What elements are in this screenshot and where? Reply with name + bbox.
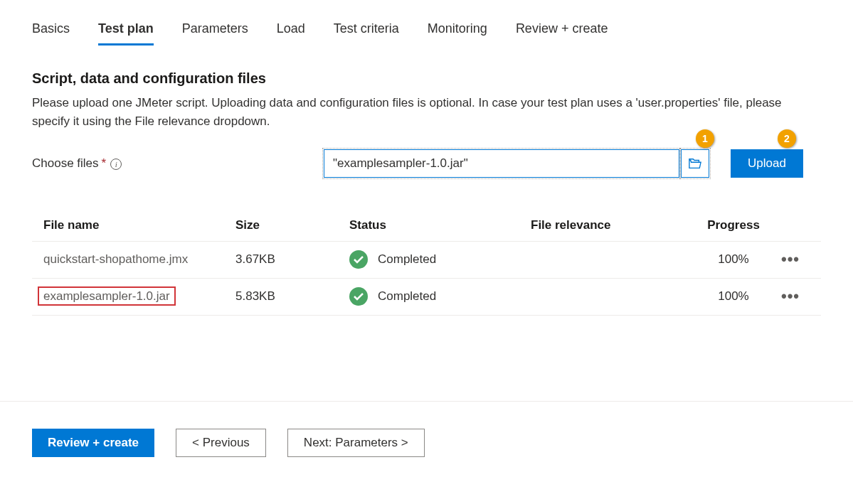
tab-monitoring[interactable]: Monitoring [428, 14, 487, 45]
table-row: quickstart-shopathome.jmx 3.67KB Complet… [32, 242, 821, 279]
tab-parameters[interactable]: Parameters [182, 14, 248, 45]
tab-load[interactable]: Load [277, 14, 305, 45]
tab-bar: Basics Test plan Parameters Load Test cr… [32, 14, 821, 45]
cell-size: 5.83KB [235, 289, 349, 304]
choose-files-label-text: Choose files [32, 156, 99, 171]
th-file-relevance[interactable]: File relevance [531, 218, 694, 232]
callout-badge-2: 2 [778, 129, 796, 148]
tab-test-criteria[interactable]: Test criteria [334, 14, 399, 45]
cell-file-name: examplesampler-1.0.jar [43, 289, 235, 304]
callout-badge-1: 1 [696, 129, 714, 148]
tab-basics[interactable]: Basics [32, 14, 70, 45]
upload-button[interactable]: Upload [731, 149, 803, 178]
cell-size: 3.67KB [235, 252, 349, 267]
th-file-name[interactable]: File name [43, 218, 235, 232]
cell-status: Completed [349, 250, 531, 269]
tab-test-plan[interactable]: Test plan [98, 14, 154, 45]
choose-files-label: Choose files * i [32, 156, 324, 171]
next-button[interactable]: Next: Parameters > [287, 429, 425, 457]
cell-status: Completed [349, 287, 531, 306]
th-actions [773, 218, 808, 232]
table-row: examplesampler-1.0.jar 5.83KB Completed … [32, 279, 821, 316]
file-table-header: File name Size Status File relevance Pro… [32, 210, 821, 242]
browse-button[interactable] [681, 149, 709, 178]
file-input[interactable] [324, 149, 679, 178]
previous-button[interactable]: < Previous [176, 429, 266, 457]
cell-progress: 100% [694, 289, 773, 304]
row-actions-button[interactable]: ••• [781, 287, 800, 305]
cell-status-text: Completed [378, 289, 436, 304]
th-size[interactable]: Size [235, 218, 349, 232]
footer-actions: Review + create < Previous Next: Paramet… [32, 416, 821, 457]
section-description: Please upload one JMeter script. Uploadi… [32, 94, 821, 132]
file-table: File name Size Status File relevance Pro… [32, 210, 821, 316]
th-status[interactable]: Status [349, 218, 531, 232]
highlighted-file-name: examplesampler-1.0.jar [38, 286, 176, 306]
check-icon [349, 250, 368, 269]
cell-progress: 100% [694, 252, 773, 267]
review-create-button[interactable]: Review + create [32, 429, 154, 457]
check-icon [349, 287, 368, 306]
info-icon[interactable]: i [110, 159, 122, 170]
required-indicator: * [102, 156, 107, 171]
th-progress[interactable]: Progress [694, 218, 773, 232]
cell-file-name: quickstart-shopathome.jmx [43, 252, 235, 267]
folder-open-icon [689, 158, 701, 169]
row-actions-button[interactable]: ••• [781, 250, 800, 268]
section-title: Script, data and configuration files [32, 70, 821, 87]
tab-review-create[interactable]: Review + create [516, 14, 608, 45]
cell-status-text: Completed [378, 252, 436, 267]
